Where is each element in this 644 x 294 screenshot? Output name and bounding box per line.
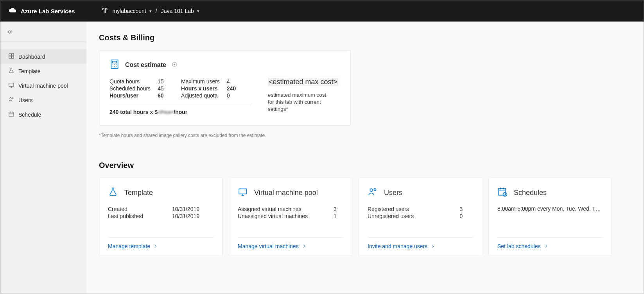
cost-estimate-card: Cost estimate Quota hours15 Scheduled ho… [99, 50, 351, 126]
card-metric-value: 10/31/2019 [172, 206, 213, 213]
svg-point-16 [113, 66, 113, 67]
costs-section-title: Costs & Billing [99, 33, 632, 42]
sidebar-item-label: Template [18, 68, 41, 74]
svg-point-22 [374, 189, 376, 191]
cost-total-suffix: /hour [174, 109, 187, 115]
users-icon [368, 187, 378, 198]
dashboard-icon [8, 53, 14, 60]
schedule-summary: 8:00am-5:00pm every Mon, Tue, Wed, Thu, … [497, 206, 603, 212]
card-metric-value: 0 [459, 213, 473, 220]
info-icon[interactable] [172, 61, 178, 69]
breadcrumb-account[interactable]: mylabaccount ▾ [112, 8, 151, 14]
cost-estimate-subtext: estimated maximum cost for this lab with… [268, 92, 330, 113]
monitor-icon [238, 187, 248, 198]
svg-point-21 [370, 189, 373, 191]
metric-label: Hours x users [181, 85, 227, 92]
metric-value: 0 [227, 92, 236, 99]
metric-value: 240 [227, 85, 236, 92]
breadcrumb-separator: / [156, 8, 157, 14]
svg-rect-12 [113, 61, 117, 63]
chevron-right-icon [431, 244, 435, 249]
cost-total-line: 240 total hours x $<Price>/hour [109, 109, 252, 115]
svg-point-18 [116, 66, 117, 67]
sidebar-item-label: Dashboard [18, 54, 45, 60]
cost-total-prefix: 240 total hours x $ [109, 109, 158, 115]
sidebar-item-vmpool[interactable]: Virtual machine pool [0, 78, 86, 93]
svg-rect-4 [12, 54, 14, 56]
top-bar: Azure Lab Services mylabaccount ▾ / Java… [0, 0, 644, 22]
metric-label: Adjusted quota [181, 92, 227, 99]
sidebar-item-label: Virtual machine pool [18, 83, 68, 89]
card-title: Users [384, 189, 402, 197]
overview-section-title: Overview [99, 161, 632, 170]
azure-cloud-icon [8, 6, 17, 16]
sidebar: Dashboard Template Virtual machine pool … [0, 22, 86, 294]
invite-manage-users-link[interactable]: Invite and manage users [368, 237, 473, 249]
chevron-down-icon: ▾ [197, 9, 199, 14]
manage-template-link[interactable]: Manage template [108, 237, 213, 249]
sidebar-item-dashboard[interactable]: Dashboard [0, 49, 86, 64]
card-metric-label: Unassigned virtual machines [238, 213, 334, 220]
metric-value: 45 [158, 85, 165, 92]
lab-account-icon [101, 7, 108, 15]
calculator-icon [109, 59, 120, 71]
card-metric-value: 1 [334, 213, 343, 220]
brand-text: Azure Lab Services [21, 8, 75, 14]
card-link-label: Set lab schedules [497, 243, 541, 249]
sidebar-item-users[interactable]: Users [0, 93, 86, 107]
collapse-sidebar-button[interactable] [0, 25, 86, 41]
svg-rect-7 [9, 83, 14, 86]
sidebar-item-schedule[interactable]: Schedule [0, 107, 86, 122]
chevron-right-icon [153, 244, 158, 249]
overview-card-users: Users Registered users3 Unregistered use… [359, 178, 482, 256]
chevron-right-icon [302, 244, 307, 249]
card-link-label: Invite and manage users [368, 243, 427, 249]
card-metric-label: Created [108, 206, 172, 213]
svg-point-15 [116, 64, 117, 65]
monitor-icon [8, 82, 14, 89]
overview-card-template: Template Created10/31/2019 Last publishe… [99, 178, 222, 256]
set-lab-schedules-link[interactable]: Set lab schedules [497, 237, 603, 249]
card-metric-label: Assigned virtual machines [238, 206, 334, 213]
card-metric-value: 3 [334, 206, 343, 213]
flask-icon [8, 67, 14, 75]
card-link-label: Manage template [108, 243, 150, 249]
cost-total-price: <Price> [158, 110, 174, 115]
card-title: Virtual machine pool [254, 189, 318, 197]
manage-virtual-machines-link[interactable]: Manage virtual machines [238, 237, 343, 249]
svg-point-8 [10, 97, 11, 99]
svg-rect-3 [9, 54, 11, 56]
chevron-right-icon [544, 244, 549, 249]
card-link-label: Manage virtual machines [238, 243, 299, 249]
users-icon [8, 96, 14, 104]
calendar-clock-icon [497, 187, 508, 198]
card-metric-value: 10/31/2019 [172, 213, 213, 220]
metric-label: Hours/user [109, 92, 158, 99]
card-metric-label: Unregistered users [368, 213, 459, 220]
flask-icon [108, 187, 118, 198]
overview-card-schedules: Schedules 8:00am-5:00pm every Mon, Tue, … [488, 178, 612, 256]
cost-estimate-headline: <estimated max cost> [268, 78, 338, 86]
cost-footnote: *Template hours and shared image gallery… [99, 133, 632, 138]
sidebar-item-template[interactable]: Template [0, 64, 86, 78]
main-content: Costs & Billing Cost estimate Quota hour… [86, 22, 644, 294]
svg-point-17 [114, 66, 115, 67]
cost-metrics-right: Maximum users4 Hours x users240 Adjusted… [181, 78, 236, 99]
breadcrumb-lab-label: Java 101 Lab [161, 8, 194, 14]
breadcrumb-lab[interactable]: Java 101 Lab ▾ [161, 8, 199, 14]
brand: Azure Lab Services [8, 6, 75, 16]
card-title: Template [124, 189, 153, 197]
svg-point-9 [12, 97, 13, 99]
cost-metrics-left: Quota hours15 Scheduled hours45 Hours/us… [109, 78, 165, 99]
chevron-down-icon: ▾ [149, 9, 152, 14]
metric-value: 4 [227, 78, 236, 85]
breadcrumb: mylabaccount ▾ / Java 101 Lab ▾ [101, 7, 199, 15]
sidebar-item-label: Users [18, 97, 33, 103]
svg-rect-23 [499, 188, 505, 195]
svg-point-13 [113, 64, 113, 65]
card-metric-value: 3 [459, 206, 473, 213]
metric-value: 60 [158, 92, 165, 99]
metric-label: Scheduled hours [109, 85, 158, 92]
card-title: Schedules [514, 189, 547, 197]
svg-rect-10 [9, 112, 14, 116]
